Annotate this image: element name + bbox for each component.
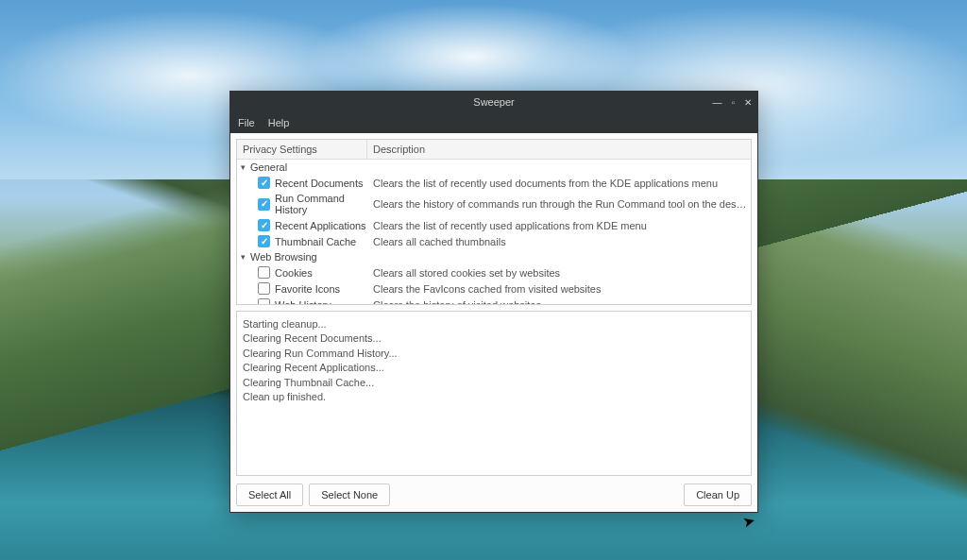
log-line: Clearing Run Command History... (243, 347, 745, 361)
tree-item[interactable]: Run Command HistoryClears the history of… (237, 191, 751, 217)
checkbox[interactable] (258, 298, 270, 305)
chevron-down-icon[interactable]: ▾ (241, 162, 250, 172)
item-label: Favorite Icons (275, 283, 340, 295)
checkbox[interactable] (258, 282, 270, 295)
menu-help[interactable]: Help (268, 117, 290, 128)
checkbox[interactable] (258, 235, 270, 247)
tree-item[interactable]: Recent DocumentsClears the list of recen… (237, 175, 751, 191)
item-description: Clears the history of visited websites (367, 299, 751, 306)
group-label: General (250, 161, 287, 173)
log-line: Clearing Recent Documents... (243, 331, 745, 346)
select-none-button[interactable]: Select None (309, 484, 390, 506)
tree-group[interactable]: ▾General (237, 160, 751, 175)
item-settings-cell: Recent Documents (237, 177, 367, 189)
window-controls: — ▫ ✕ (712, 97, 752, 108)
item-label: Recent Documents (275, 178, 364, 189)
window-content: Privacy Settings Description ▾GeneralRec… (230, 133, 757, 512)
column-header-settings[interactable]: Privacy Settings (237, 140, 367, 159)
checkbox[interactable] (258, 219, 270, 231)
log-line: Clearing Recent Applications... (243, 361, 745, 375)
checkbox[interactable] (258, 266, 270, 279)
log-line: Starting cleanup... (243, 317, 745, 331)
checkbox[interactable] (258, 198, 270, 211)
item-description: Clears all cached thumbnails (367, 236, 751, 247)
sweeper-window: Sweeper — ▫ ✕ File Help Privacy Settings… (229, 91, 758, 513)
log-line: Clean up finished. (243, 390, 745, 404)
log-line: Clearing Thumbnail Cache... (243, 376, 745, 390)
item-description: Clears the FavIcons cached from visited … (367, 283, 751, 295)
item-settings-cell: Favorite Icons (237, 282, 367, 295)
checkbox[interactable] (258, 177, 270, 189)
group-label: Web Browsing (250, 251, 317, 263)
tree-group[interactable]: ▾Web Browsing (237, 249, 751, 264)
window-title: Sweeper (473, 96, 514, 108)
chevron-down-icon[interactable]: ▾ (241, 252, 250, 262)
item-settings-cell: Cookies (237, 266, 367, 279)
item-label: Thumbnail Cache (275, 236, 356, 247)
log-output[interactable]: Starting cleanup...Clearing Recent Docum… (236, 311, 752, 476)
select-all-button[interactable]: Select All (236, 484, 303, 506)
tree-item[interactable]: Web HistoryClears the history of visited… (237, 297, 751, 305)
item-label: Web History (275, 299, 331, 306)
privacy-tree[interactable]: Privacy Settings Description ▾GeneralRec… (236, 139, 752, 305)
minimize-icon[interactable]: — (712, 97, 721, 108)
titlebar[interactable]: Sweeper — ▫ ✕ (230, 92, 757, 112)
item-settings-cell: Web History (237, 298, 367, 305)
item-settings-cell: Run Command History (237, 193, 367, 215)
column-header-description[interactable]: Description (367, 140, 751, 159)
tree-item[interactable]: CookiesClears all stored cookies set by … (237, 264, 751, 280)
item-settings-cell: Recent Applications (237, 219, 367, 231)
menu-file[interactable]: File (238, 117, 255, 128)
button-row: Select All Select None Clean Up (236, 482, 752, 506)
spacer (396, 484, 678, 506)
maximize-icon[interactable]: ▫ (731, 97, 735, 108)
item-settings-cell: Thumbnail Cache (237, 235, 367, 247)
item-description: Clears the history of commands run throu… (367, 198, 751, 210)
item-description: Clears the list of recently used documen… (367, 178, 751, 189)
tree-item[interactable]: Thumbnail CacheClears all cached thumbna… (237, 233, 751, 249)
item-label: Cookies (275, 267, 313, 279)
tree-body: ▾GeneralRecent DocumentsClears the list … (237, 160, 751, 305)
item-description: Clears all stored cookies set by website… (367, 267, 751, 279)
tree-item[interactable]: Favorite IconsClears the FavIcons cached… (237, 280, 751, 297)
item-label: Recent Applications (275, 220, 366, 231)
menubar: File Help (230, 112, 757, 133)
item-description: Clears the list of recently used applica… (367, 220, 751, 231)
item-label: Run Command History (275, 193, 367, 215)
clean-up-button[interactable]: Clean Up (684, 484, 752, 506)
tree-item[interactable]: Recent ApplicationsClears the list of re… (237, 217, 751, 233)
close-icon[interactable]: ✕ (744, 97, 752, 108)
tree-header: Privacy Settings Description (237, 140, 751, 160)
